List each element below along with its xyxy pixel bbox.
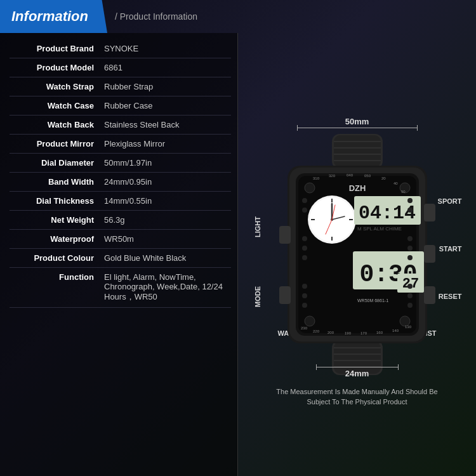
net-weight-label: Net Weight bbox=[10, 211, 102, 230]
model-value: 6861 bbox=[102, 58, 231, 77]
brand-value: SYNOKE bbox=[102, 39, 231, 58]
table-row: Dial Diameter 50mm/1.97in bbox=[10, 154, 231, 173]
svg-point-60 bbox=[302, 198, 307, 203]
colour-label: Product Colour bbox=[10, 249, 102, 268]
net-weight-value: 56.3g bbox=[102, 211, 231, 230]
watch-diagram: 50mm SPORT START RESET LIGHT MODE WATER … bbox=[259, 105, 456, 410]
svg-point-71 bbox=[407, 246, 413, 251]
strap-label: Watch Strap bbox=[10, 77, 102, 96]
function-label: Function bbox=[10, 268, 102, 308]
svg-text:220: 220 bbox=[313, 329, 320, 333]
table-row: Product Model 6861 bbox=[10, 58, 231, 77]
svg-rect-15 bbox=[424, 245, 435, 263]
svg-text:40: 40 bbox=[393, 182, 398, 185]
svg-text:20: 20 bbox=[381, 176, 386, 180]
svg-point-21 bbox=[305, 183, 315, 193]
table-row: Watch Strap Rubber Strap bbox=[10, 77, 231, 96]
svg-text:190: 190 bbox=[345, 331, 352, 335]
svg-point-74 bbox=[407, 293, 413, 298]
dial-thickness-value: 14mm/0.55in bbox=[102, 192, 231, 211]
image-panel: 50mm SPORT START RESET LIGHT MODE WATER … bbox=[238, 33, 476, 476]
svg-text:140: 140 bbox=[392, 329, 399, 333]
dial-diameter-label: Dial Diameter bbox=[10, 154, 102, 173]
svg-point-23 bbox=[305, 316, 315, 326]
svg-text:040: 040 bbox=[347, 173, 354, 177]
svg-point-69 bbox=[407, 208, 413, 213]
table-row: Product Colour Gold Blue White Black bbox=[10, 249, 231, 268]
dial-diameter-value: 50mm/1.97in bbox=[102, 154, 231, 173]
table-row: Band Width 24mm/0.95in bbox=[10, 173, 231, 192]
reset-label: RESET bbox=[439, 293, 462, 300]
start-label: START bbox=[439, 245, 462, 253]
svg-point-72 bbox=[407, 255, 413, 260]
strap-value: Rubber Strap bbox=[102, 77, 231, 96]
waterproof-value: WR50m bbox=[102, 230, 231, 249]
table-row: Watch Case Rubber Case bbox=[10, 96, 231, 116]
table-row: Net Weight 56.3g bbox=[10, 211, 231, 230]
svg-rect-14 bbox=[424, 204, 435, 221]
svg-point-75 bbox=[407, 303, 413, 308]
svg-rect-18 bbox=[279, 286, 291, 304]
table-row: Dial Thickness 14mm/0.55in bbox=[10, 192, 231, 211]
svg-point-61 bbox=[302, 208, 307, 213]
mirror-value: Plexiglass Mirror bbox=[102, 135, 231, 154]
band-width-value: 24mm/0.95in bbox=[102, 173, 231, 192]
svg-text:200: 200 bbox=[327, 331, 334, 334]
svg-text:50: 50 bbox=[401, 190, 406, 194]
svg-point-65 bbox=[302, 284, 307, 289]
back-value: Stainless Steel Back bbox=[102, 116, 231, 135]
svg-text:320: 320 bbox=[329, 174, 336, 178]
svg-point-67 bbox=[302, 303, 307, 308]
sport-label: SPORT bbox=[438, 197, 462, 205]
table-row: Product Mirror Plexiglass Mirror bbox=[10, 135, 231, 154]
svg-point-73 bbox=[407, 284, 413, 289]
svg-text:04:14: 04:14 bbox=[358, 202, 415, 224]
svg-point-70 bbox=[407, 236, 413, 241]
page-title: Information bbox=[11, 8, 88, 25]
svg-text:050: 050 bbox=[364, 174, 371, 178]
waterproof-label: Waterproof bbox=[10, 230, 102, 249]
function-value: El light, Alarm, NowTime, Chronograph, W… bbox=[102, 268, 231, 308]
colour-value: Gold Blue White Black bbox=[102, 249, 231, 268]
svg-point-64 bbox=[302, 255, 307, 260]
svg-text:130: 130 bbox=[405, 325, 412, 329]
svg-point-68 bbox=[407, 198, 413, 203]
svg-point-62 bbox=[302, 236, 307, 241]
svg-text:160: 160 bbox=[376, 331, 383, 334]
dim-band-label: 24mm bbox=[345, 369, 369, 378]
model-label: Product Model bbox=[10, 58, 102, 77]
info-panel: Product Brand SYNOKE Product Model 6861 … bbox=[0, 33, 238, 476]
dim-width-line bbox=[297, 128, 418, 128]
product-info-table: Product Brand SYNOKE Product Model 6861 … bbox=[10, 39, 231, 308]
svg-point-66 bbox=[302, 293, 307, 298]
case-label: Watch Case bbox=[10, 96, 102, 116]
light-label: LIGHT bbox=[254, 216, 261, 237]
header: Information / Product Information bbox=[0, 0, 476, 33]
mirror-label: Product Mirror bbox=[10, 135, 102, 154]
svg-rect-16 bbox=[424, 286, 435, 304]
svg-text:M  SPL  ALM  CHIME: M SPL ALM CHIME bbox=[357, 226, 402, 232]
main-content: Product Brand SYNOKE Product Model 6861 … bbox=[0, 33, 476, 476]
svg-text:310: 310 bbox=[313, 176, 320, 180]
measurement-note: The Measurement Is Made Manually And Sho… bbox=[259, 387, 456, 407]
svg-rect-1 bbox=[334, 135, 381, 168]
svg-text:WR50M 6861-1: WR50M 6861-1 bbox=[357, 298, 388, 303]
band-width-label: Band Width bbox=[10, 173, 102, 192]
svg-text:230: 230 bbox=[301, 326, 308, 330]
breadcrumb: / Product Information bbox=[115, 11, 197, 22]
svg-rect-17 bbox=[279, 226, 291, 244]
dim-band-line bbox=[316, 367, 399, 367]
dim-width-label: 50mm bbox=[345, 117, 369, 126]
brand-label: Product Brand bbox=[10, 39, 102, 58]
mode-label: MODE bbox=[254, 286, 261, 307]
svg-text:170: 170 bbox=[360, 331, 367, 335]
table-row: Function El light, Alarm, NowTime, Chron… bbox=[10, 268, 231, 308]
table-row: Waterproof WR50m bbox=[10, 230, 231, 249]
header-title-block: Information bbox=[0, 0, 107, 33]
dial-thickness-label: Dial Thickness bbox=[10, 192, 102, 211]
watch-image: 310 320 040 050 20 40 50 230 220 200 190… bbox=[278, 134, 437, 378]
svg-text:DZH: DZH bbox=[348, 183, 366, 193]
svg-point-63 bbox=[302, 246, 307, 251]
back-label: Watch Back bbox=[10, 116, 102, 135]
table-row: Watch Back Stainless Steel Back bbox=[10, 116, 231, 135]
